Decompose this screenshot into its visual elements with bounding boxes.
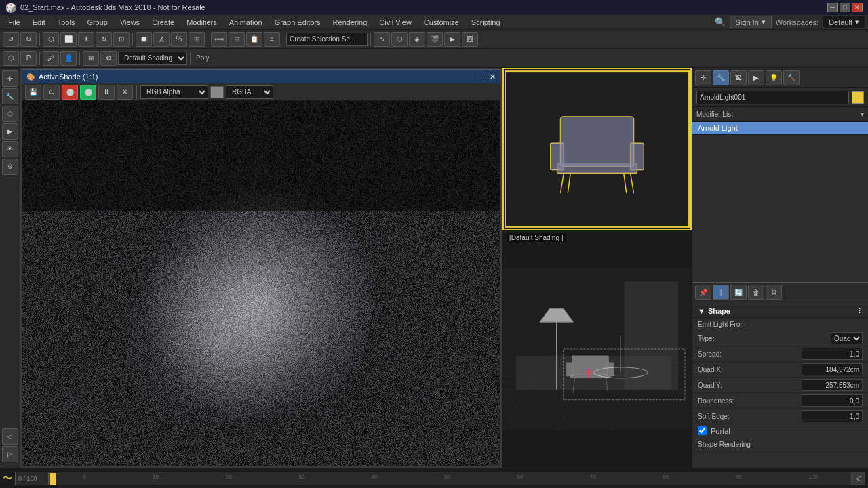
viewport-nav-1[interactable]: ◁ bbox=[2, 428, 18, 445]
menu-modifiers[interactable]: Modifiers bbox=[181, 17, 222, 28]
remove-modifier-btn[interactable]: 🔄 bbox=[730, 285, 747, 300]
close-button[interactable]: ✕ bbox=[852, 3, 863, 12]
create-panel-icon[interactable]: ✛ bbox=[695, 70, 711, 85]
snap-toggle[interactable]: 🔲 bbox=[136, 32, 152, 47]
type-select[interactable]: Quad bbox=[831, 332, 863, 344]
shape-options-icon[interactable]: ⋮ bbox=[856, 308, 863, 314]
anim-curve-icon[interactable]: 〜 bbox=[3, 472, 12, 485]
curve-editor[interactable]: ∿ bbox=[374, 32, 390, 47]
workspaces-select[interactable]: Default ▾ bbox=[823, 16, 865, 28]
ribbon-toggle[interactable]: ≡ bbox=[264, 32, 280, 47]
props-toolbar: ✛ 🔧 🏗 ▶ 💡 🔨 bbox=[692, 68, 868, 88]
activeshade-minimize[interactable]: ─ bbox=[477, 73, 483, 81]
move-button[interactable]: ✛ bbox=[78, 32, 94, 47]
utilities-icon[interactable]: 🔨 bbox=[783, 70, 800, 85]
schematic-view[interactable]: ⬡ bbox=[391, 32, 408, 47]
quad-y-value[interactable]: 257,553cm bbox=[802, 379, 863, 391]
spinner-snap[interactable]: ⊞ bbox=[189, 32, 205, 47]
menu-animation[interactable]: Animation bbox=[224, 17, 268, 28]
menu-rendering[interactable]: Rendering bbox=[328, 17, 373, 28]
spread-value[interactable]: 1,0 bbox=[802, 348, 863, 360]
start-render-btn[interactable]: ⬤ bbox=[80, 85, 96, 100]
reset-render-btn[interactable]: ✕ bbox=[117, 85, 133, 100]
configure-modifier-btn[interactable]: ⚙ bbox=[766, 285, 782, 300]
motion-icon[interactable]: ▶ bbox=[748, 70, 764, 85]
animation-thumb[interactable] bbox=[50, 473, 56, 485]
menu-views[interactable]: Views bbox=[115, 17, 145, 28]
save-image-btn[interactable]: 💾 bbox=[25, 85, 41, 100]
rotate-button[interactable]: ↻ bbox=[96, 32, 112, 47]
prev-frame-btn[interactable]: ◁ bbox=[852, 472, 865, 485]
named-selection-input[interactable] bbox=[286, 33, 368, 46]
stop-render-btn[interactable]: ⬤ bbox=[62, 85, 78, 100]
roundness-value[interactable]: 0,0 bbox=[802, 394, 863, 407]
maximize-button[interactable]: □ bbox=[840, 3, 850, 12]
soft-edge-value[interactable]: 1,0 bbox=[802, 410, 863, 422]
menu-create[interactable]: Create bbox=[146, 17, 180, 28]
viewport-top[interactable]: [Default Shading ] bbox=[502, 68, 692, 230]
channel-select[interactable]: RGBA bbox=[226, 85, 273, 99]
clone-btn[interactable]: 🗂 bbox=[43, 85, 60, 100]
menu-scripting[interactable]: Scripting bbox=[466, 17, 506, 28]
render-button[interactable]: ▶ bbox=[444, 32, 460, 47]
select-button[interactable]: ⬡ bbox=[43, 32, 59, 47]
render-frame[interactable]: 🖼 bbox=[462, 32, 478, 47]
color-picker-btn[interactable] bbox=[210, 86, 224, 98]
menu-group[interactable]: Group bbox=[81, 17, 113, 28]
percent-snap[interactable]: % bbox=[171, 32, 187, 47]
quad-x-value[interactable]: 184,572cm bbox=[802, 363, 863, 375]
search-icon[interactable]: 🔍 bbox=[715, 17, 726, 27]
activeshade-restore[interactable]: □ bbox=[484, 73, 488, 81]
viewport-nav-2[interactable]: ▷ bbox=[2, 446, 18, 462]
object-color-swatch[interactable] bbox=[852, 92, 864, 104]
menu-file[interactable]: File bbox=[3, 17, 26, 28]
pin-stack-btn[interactable]: 📌 bbox=[695, 285, 711, 300]
minimize-button[interactable]: ─ bbox=[827, 3, 838, 12]
viewport-config[interactable]: ⚙ bbox=[100, 51, 117, 66]
layer-manager[interactable]: 📋 bbox=[246, 32, 262, 47]
undo-button[interactable]: ↺ bbox=[3, 32, 19, 47]
mirror-button[interactable]: ⟺ bbox=[211, 32, 227, 47]
render-setup[interactable]: 🎬 bbox=[427, 32, 443, 47]
menu-customize[interactable]: Customize bbox=[418, 17, 465, 28]
material-editor[interactable]: ◈ bbox=[409, 32, 425, 47]
display-panel-btn[interactable]: 👁 bbox=[2, 141, 18, 157]
viewport-shading-select[interactable]: Default Shading bbox=[118, 52, 187, 65]
menu-graph-editors[interactable]: Graph Editors bbox=[269, 17, 326, 28]
show-result-btn[interactable]: | bbox=[713, 285, 729, 300]
sub-obj-button[interactable]: ⬡ bbox=[3, 51, 19, 66]
activeshade-close[interactable]: ✕ bbox=[490, 73, 496, 81]
align-button[interactable]: ⊟ bbox=[229, 32, 245, 47]
obj-paint[interactable]: 🖊 bbox=[43, 51, 59, 66]
select-region-button[interactable]: ⬜ bbox=[60, 32, 77, 47]
portal-checkbox[interactable] bbox=[698, 426, 707, 435]
menu-civil-view[interactable]: Civil View bbox=[374, 17, 416, 28]
shape-section-header[interactable]: ▼ Shape ⋮ bbox=[692, 305, 868, 318]
menu-tools[interactable]: Tools bbox=[52, 17, 81, 28]
create-panel-btn[interactable]: ✛ bbox=[2, 70, 18, 87]
utilities-panel-btn[interactable]: ⚙ bbox=[2, 159, 18, 175]
viewport-bottom[interactable]: [Default Shading ] bbox=[502, 230, 692, 468]
object-name-input[interactable] bbox=[696, 91, 849, 104]
angle-snap[interactable]: ∡ bbox=[153, 32, 170, 47]
redo-button[interactable]: ↻ bbox=[20, 32, 37, 47]
color-mode-select[interactable]: RGB Alpha bbox=[140, 85, 208, 99]
viewport-layout[interactable]: ⊞ bbox=[83, 51, 99, 66]
modifier-arnold-light[interactable]: Arnold Light bbox=[692, 122, 868, 135]
modify-panel-icon[interactable]: 🔧 bbox=[713, 70, 729, 85]
signin-button[interactable]: Sign In ▾ bbox=[730, 16, 772, 28]
display-icon[interactable]: 💡 bbox=[766, 70, 782, 85]
modify-panel-btn[interactable]: 🔧 bbox=[2, 88, 18, 104]
populate[interactable]: 👤 bbox=[60, 51, 77, 66]
activeshade-render-area[interactable] bbox=[22, 101, 500, 466]
animation-scrubber[interactable]: 0 10 20 30 40 50 60 70 80 90 100 bbox=[49, 472, 852, 485]
delete-modifier-btn[interactable]: 🗑 bbox=[748, 285, 764, 300]
motion-panel-btn[interactable]: ▶ bbox=[2, 123, 18, 140]
pause-render-btn[interactable]: ⏸ bbox=[98, 85, 115, 100]
hierarchy-panel-btn[interactable]: ⬡ bbox=[2, 106, 18, 122]
hierarchy-icon[interactable]: 🏗 bbox=[730, 70, 747, 85]
frame-indicator: 0 / 100 bbox=[15, 472, 49, 485]
menu-edit[interactable]: Edit bbox=[27, 17, 51, 28]
scale-button[interactable]: ⊡ bbox=[113, 32, 130, 47]
poly-btn[interactable]: P bbox=[20, 51, 37, 66]
